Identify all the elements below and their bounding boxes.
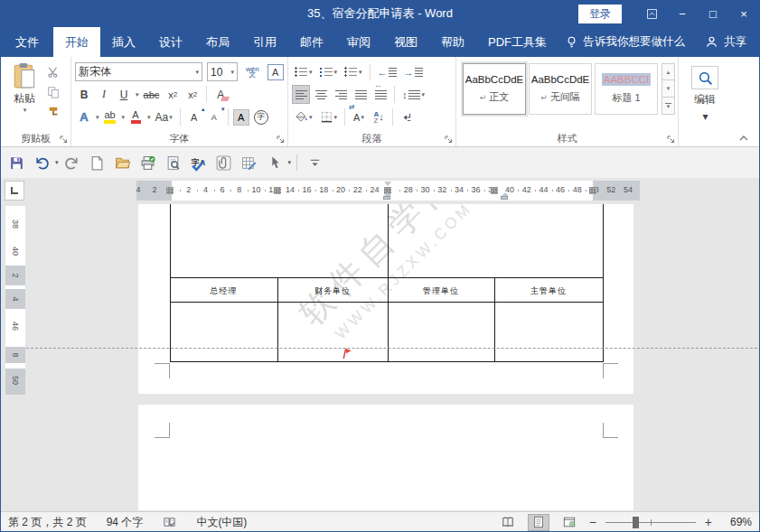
copy-button[interactable] [44,84,62,100]
attach-button[interactable] [214,152,234,173]
tab-视图[interactable]: 视图 [382,27,429,57]
table-cell[interactable]: 主管单位 [494,282,603,300]
styles-scroll-up-button[interactable]: ▲ [661,63,675,80]
show-hide-marks-button[interactable] [398,107,416,126]
italic-button[interactable]: I [95,85,113,104]
asian-layout-button[interactable]: ⇄A▾ [350,107,368,126]
spelling-button[interactable]: 字A [189,152,209,173]
clear-formatting-button[interactable]: A [211,85,230,104]
more-button[interactable] [305,152,324,173]
styles-scroll-down-button[interactable]: ▼ [661,80,675,98]
read-mode-button[interactable] [497,514,519,531]
underline-button[interactable]: U [115,85,133,104]
print-layout-button[interactable] [528,514,549,531]
left-indent-marker[interactable] [383,196,390,200]
table-cell[interactable]: 总经理 [170,282,277,300]
align-right-button[interactable] [332,85,350,104]
tab-布局[interactable]: 布局 [194,27,241,57]
style-card-正文[interactable]: AaBbCcDdE↵ 正文 [463,63,526,115]
proofing-icon[interactable] [163,516,176,529]
clipboard-dialog-launcher[interactable] [59,135,69,145]
styles-dialog-launcher[interactable] [666,135,676,145]
paragraph-dialog-launcher[interactable] [444,135,454,145]
font-color-button[interactable]: A [127,107,145,126]
text-highlight-button[interactable]: ab [101,107,119,126]
strikethrough-button[interactable]: abc [141,85,163,104]
zoom-slider[interactable] [605,522,696,523]
page-indicator[interactable]: 第 2 页，共 2 页 [8,515,87,530]
font-name-combo[interactable]: 新宋体▾ [75,62,202,81]
tab-file[interactable]: 文件 [1,27,53,57]
word-count[interactable]: 94 个字 [107,515,144,530]
tab-设计[interactable]: 设计 [147,27,194,57]
paste-button[interactable]: 粘贴 ▾ [5,61,44,132]
touch-mode-button[interactable] [265,152,285,173]
touch-caret[interactable]: ▾ [288,159,292,166]
tab-插入[interactable]: 插入 [100,27,147,57]
tab-邮件[interactable]: 邮件 [288,27,335,57]
bold-button[interactable]: B [75,85,93,104]
character-border-button[interactable]: A [267,64,284,80]
tab-引用[interactable]: 引用 [241,27,288,57]
paste-dropdown[interactable]: ▾ [23,107,27,114]
styles-more-button[interactable]: ▼ [661,98,675,115]
tab-PDF工具集[interactable]: PDF工具集 [476,27,558,57]
table-column-marker[interactable] [491,187,498,194]
new-doc-button[interactable] [88,152,108,173]
save-button[interactable] [6,152,26,173]
language-indicator[interactable]: 中文(中国) [196,515,247,530]
zoom-in-button[interactable]: + [705,515,712,529]
style-card-标题 1[interactable]: AABBCCI标题 1 [595,63,658,115]
font-size-combo[interactable]: 10▾ [207,62,238,81]
first-line-indent-marker[interactable] [384,182,391,186]
text-effects-button[interactable]: A [75,107,93,126]
zoom-level[interactable]: 69% [721,516,752,528]
format-painter-button[interactable] [44,104,62,120]
tab-审阅[interactable]: 审阅 [335,27,382,57]
subscript-button[interactable]: x2 [164,85,182,104]
table-cell[interactable]: 管理单位 [388,282,494,300]
sort-button[interactable]: AZ↓ [370,107,388,126]
grow-font-button[interactable]: A▲ [185,107,203,126]
undo-button[interactable] [32,152,52,173]
open-button[interactable] [113,152,133,173]
increase-indent-button[interactable]: → [401,62,426,81]
redo-button[interactable] [62,152,82,173]
table-cell[interactable]: 财务单位 [277,282,388,300]
web-layout-button[interactable] [558,514,580,531]
shrink-font-button[interactable]: A▼ [205,107,223,126]
align-center-button[interactable] [312,85,330,104]
character-shading-button[interactable]: A [233,109,249,126]
document-page-2[interactable] [138,405,633,510]
tab-帮助[interactable]: 帮助 [429,27,476,57]
multilevel-list-button[interactable]: ▾ [342,62,365,81]
editing-button[interactable]: 编辑 ▾ [682,61,727,123]
borders-button[interactable]: ▾ [317,107,341,126]
style-card-无间隔[interactable]: AaBbCcDdE↵ 无间隔 [529,63,592,115]
table-column-marker[interactable] [589,187,596,194]
change-case-button[interactable]: Aa▾ [153,107,175,126]
tell-me-box[interactable]: 告诉我你想要做什么 [565,34,686,50]
distribute-button[interactable]: ↔ [371,85,389,104]
font-dialog-launcher[interactable] [276,135,286,145]
superscript-button[interactable]: x2 [183,85,202,104]
table-column-marker[interactable] [166,187,174,194]
line-spacing-button[interactable]: ↕▾ [399,85,427,104]
horizontal-ruler[interactable]: 2468101214161820222428303234363840424446… [1,181,759,201]
print-preview-button[interactable] [164,152,183,173]
share-button[interactable]: 共享 [705,34,746,50]
vertical-ruler[interactable]: 38402446850 [5,206,25,395]
document-page-1[interactable]: 软件自学网 WWW.RJZXW.COM 总经理 财务单位 管理单位 主管单位 [138,204,633,394]
enclose-characters-button[interactable]: 字 [251,107,271,126]
shading-button[interactable]: ▾ [292,107,315,126]
phonetic-guide-button[interactable]: wén文 [243,62,262,81]
zoom-out-button[interactable]: − [589,515,596,529]
quick-print-button[interactable] [138,152,158,173]
align-left-button[interactable] [292,85,310,104]
zoom-slider-handle[interactable] [633,517,639,528]
tab-home[interactable]: 开始 [53,27,100,57]
cut-button[interactable] [44,64,62,80]
underline-dropdown[interactable]: ▾ [136,91,139,98]
numbering-button[interactable]: ▾ [317,62,341,81]
justify-button[interactable] [352,85,370,104]
